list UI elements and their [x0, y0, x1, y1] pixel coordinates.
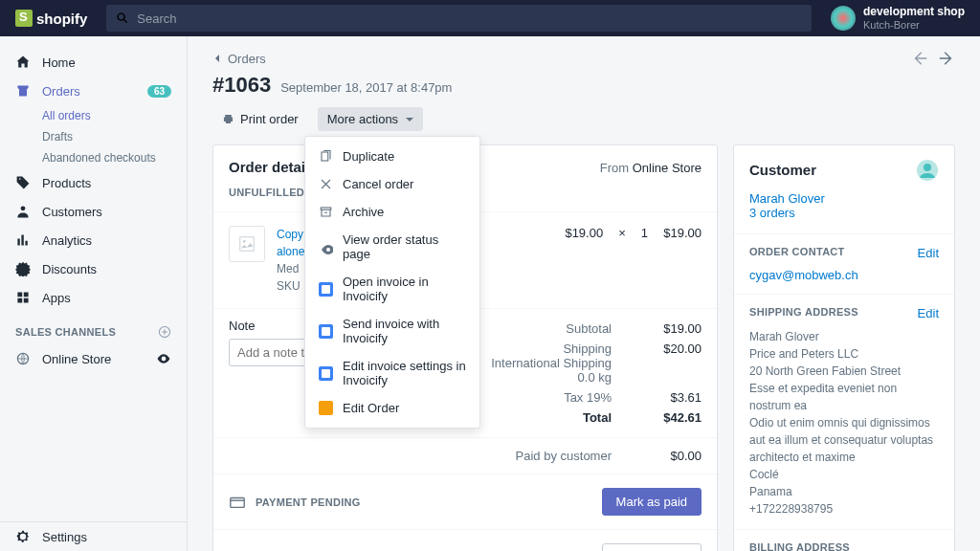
sales-channels-header: SALES CHANNELS: [0, 312, 187, 344]
quantity: 1: [641, 226, 648, 240]
more-actions-label: More actions: [327, 112, 398, 126]
order-contact-label: ORDER CONTACT: [749, 246, 845, 260]
line-total: $19.00: [663, 226, 702, 240]
customer-orders-link[interactable]: 3 orders: [749, 206, 795, 220]
sidebar-item-label: Apps: [42, 291, 71, 305]
order-details-title: Order detai: [229, 159, 305, 175]
paid-section: Paid by customer$0.00: [213, 437, 717, 474]
print-order-button[interactable]: Print order: [212, 107, 308, 131]
main-content: Orders #1063 September 18, 2017 at 8:47p…: [188, 36, 980, 551]
product-thumbnail[interactable]: [229, 226, 265, 262]
sidebar-item-discounts[interactable]: Discounts: [0, 254, 187, 283]
discount-icon: [15, 261, 31, 276]
dropdown-archive[interactable]: Archive: [305, 198, 479, 226]
sidebar-item-apps[interactable]: Apps: [0, 283, 187, 312]
dropdown-edit-order[interactable]: Edit Order: [305, 394, 479, 422]
shopify-logo-icon: [15, 10, 33, 27]
product-sku: SKU: [277, 279, 301, 293]
shopify-wordmark: shopify: [36, 11, 87, 27]
chevron-down-icon: [406, 118, 413, 121]
plus-circle-icon[interactable]: [158, 325, 171, 339]
shop-avatar: [831, 6, 856, 31]
sidebar-item-orders[interactable]: Orders 63: [0, 77, 187, 105]
back-to-orders[interactable]: Orders: [212, 52, 266, 66]
billing-address-label: BILLING ADDRESS: [749, 541, 850, 551]
more-actions-button[interactable]: More actions: [318, 107, 423, 131]
shipping-value: $20.00: [640, 342, 702, 385]
edit-contact-button[interactable]: Edit: [918, 246, 939, 260]
sidebar-sub-drafts[interactable]: Drafts: [0, 126, 187, 147]
sidebar-item-products[interactable]: Products: [0, 168, 187, 197]
mark-as-paid-button[interactable]: Mark as paid: [602, 488, 702, 516]
sidebar-item-label: Settings: [42, 530, 87, 544]
product-link[interactable]: Copy: [277, 228, 303, 241]
edit-shipping-button[interactable]: Edit: [918, 306, 939, 320]
sidebar-item-customers[interactable]: Customers: [0, 197, 187, 226]
sidebar-item-label: Online Store: [42, 352, 111, 366]
sidebar-item-label: Home: [42, 55, 76, 70]
topbar: shopify Search development shop Kutch-Bo…: [0, 0, 980, 36]
order-nav-arrows: [911, 50, 955, 67]
dropdown-duplicate[interactable]: Duplicate: [305, 143, 479, 170]
store-icon: [15, 351, 31, 366]
app-icon: [319, 366, 333, 381]
sidebar-item-home[interactable]: Home: [0, 48, 187, 77]
svg-point-6: [243, 240, 246, 243]
sidebar: Home Orders 63 All orders Drafts Abandon…: [0, 36, 188, 551]
credit-card-icon: [229, 494, 246, 511]
arrow-left-icon[interactable]: [911, 50, 928, 67]
paid-value: $0.00: [640, 449, 702, 463]
product-link[interactable]: alone: [277, 245, 304, 258]
payment-pending-strip: PAYMENT PENDING Mark as paid: [213, 474, 717, 529]
gear-icon: [15, 529, 31, 544]
sidebar-item-label: Customers: [42, 205, 102, 219]
multiply-icon: ×: [618, 226, 626, 240]
shipping-address: Marah Glover Price and Peters LLC 20 Nor…: [749, 328, 939, 518]
customer-email[interactable]: cygav@mobweb.ch: [749, 268, 858, 282]
item-price-row: $19.00 × 1 $19.00: [565, 226, 702, 240]
dropdown-view-status[interactable]: View order status page: [305, 226, 479, 268]
avatar-icon: [916, 159, 939, 182]
customer-card: Customer Marah Glover 3 orders ORDER CON…: [733, 144, 955, 551]
product-variant: Med: [277, 262, 299, 276]
search-input[interactable]: Search: [106, 5, 812, 32]
arrow-right-icon[interactable]: [938, 50, 955, 67]
sidebar-sub-all-orders[interactable]: All orders: [0, 105, 187, 126]
eye-icon[interactable]: [156, 351, 171, 366]
chevron-left-icon: [212, 54, 222, 63]
page-subtitle: September 18, 2017 at 8:47pm: [280, 80, 452, 95]
payment-pending-label: PAYMENT PENDING: [256, 496, 361, 508]
svg-rect-4: [321, 208, 331, 209]
customer-name-link[interactable]: Marah Glover: [749, 191, 825, 206]
sidebar-item-settings[interactable]: Settings: [0, 522, 187, 551]
sidebar-item-label: Orders: [42, 84, 80, 99]
shop-menu[interactable]: development shop Kutch-Borer: [831, 5, 965, 32]
eye-icon: [319, 240, 333, 254]
app-icon: [319, 401, 333, 415]
dropdown-cancel[interactable]: Cancel order: [305, 170, 479, 198]
print-label: Print order: [240, 112, 299, 126]
app-icon: [319, 324, 333, 339]
dropdown-send-invoice[interactable]: Send invoice with Invoicify: [305, 310, 479, 352]
tag-icon: [15, 175, 31, 190]
svg-point-0: [21, 206, 26, 210]
tax-value: $3.61: [640, 390, 702, 405]
customer-title: Customer: [749, 162, 816, 178]
search-icon: [116, 11, 129, 25]
back-label: Orders: [228, 52, 266, 66]
image-placeholder-icon: [238, 235, 256, 253]
dropdown-edit-invoice-settings[interactable]: Edit invoice settings in Invoicify: [305, 352, 479, 394]
shop-subtitle: Kutch-Borer: [863, 19, 965, 32]
sidebar-item-online-store[interactable]: Online Store: [0, 344, 187, 373]
shopify-logo[interactable]: shopify: [15, 10, 87, 27]
sidebar-sub-abandoned[interactable]: Abandoned checkouts: [0, 147, 187, 168]
more-actions-dropdown: Duplicate Cancel order Archive View orde…: [304, 136, 480, 429]
svg-rect-7: [231, 497, 244, 507]
start-fulfilling-button[interactable]: Start fulfilling: [602, 543, 702, 551]
printer-icon: [222, 113, 234, 125]
home-icon: [15, 55, 31, 70]
sidebar-item-analytics[interactable]: Analytics: [0, 226, 187, 254]
svg-rect-5: [240, 237, 254, 251]
dropdown-open-invoice[interactable]: Open invoice in Invoicify: [305, 268, 479, 310]
orders-icon: [15, 83, 31, 99]
